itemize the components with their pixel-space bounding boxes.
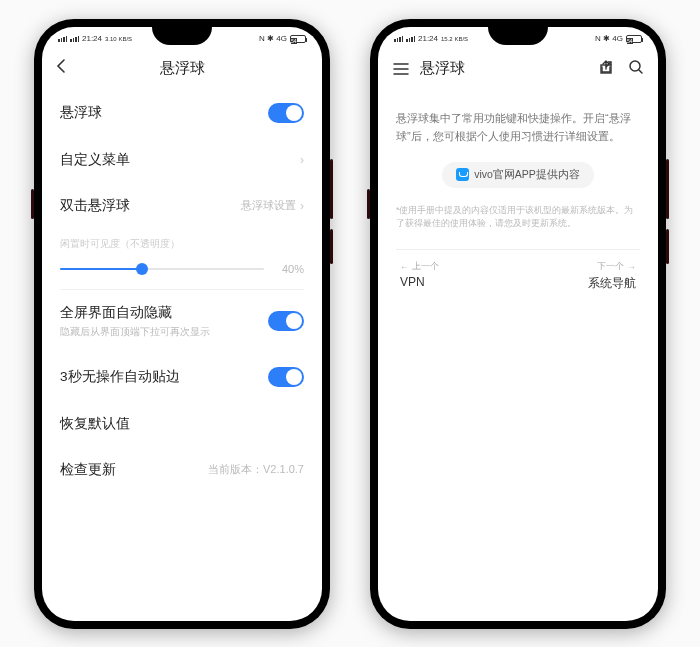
- nav-prev[interactable]: ← 上一个 VPN: [400, 260, 439, 292]
- status-time: 21:24: [82, 34, 102, 43]
- page-title: 悬浮球: [420, 59, 465, 78]
- row-label: 3秒无操作自动贴边: [60, 368, 180, 386]
- battery-icon: 54: [290, 35, 306, 43]
- nav-next-name: 系统导航: [588, 275, 636, 292]
- status-speed: 3.10 KB/S: [105, 36, 132, 42]
- disclaimer-note: *使用手册中提及的内容仅适用于该机型的最新系统版本。为了获得最佳的使用体验，请您…: [396, 204, 640, 231]
- chevron-right-icon: ›: [300, 153, 304, 167]
- signal-icon: [70, 36, 79, 42]
- row-label: 悬浮球: [60, 104, 102, 122]
- row-label: 检查更新: [60, 461, 116, 479]
- source-pill[interactable]: vivo官网APP提供内容: [442, 162, 594, 188]
- status-time: 21:24: [418, 34, 438, 43]
- signal-icon: [406, 36, 415, 42]
- nav-prev-name: VPN: [400, 275, 439, 289]
- row-check-update[interactable]: 检查更新 当前版本：V2.1.0.7: [42, 447, 322, 493]
- notch: [152, 27, 212, 45]
- status-indicators: N ✱ 4G: [595, 34, 623, 43]
- svg-line-5: [639, 70, 642, 73]
- row-auto-snap[interactable]: 3秒无操作自动贴边: [42, 353, 322, 401]
- chevron-right-icon: ›: [300, 199, 304, 213]
- search-icon[interactable]: [628, 59, 644, 79]
- row-auto-hide[interactable]: 全屏界面自动隐藏 隐藏后从界面顶端下拉可再次显示: [42, 290, 322, 353]
- nav-next[interactable]: 下一个 → 系统导航: [588, 260, 636, 292]
- article-paragraph: 悬浮球集中了常用功能键和快捷操作。开启“悬浮球”后，您可根据个人使用习惯进行详细…: [396, 109, 640, 146]
- version-text: 当前版本：V2.1.0.7: [208, 462, 304, 477]
- row-sublabel: 隐藏后从界面顶端下拉可再次显示: [60, 325, 210, 339]
- opacity-slider[interactable]: [60, 268, 264, 270]
- status-speed: 15.2 KB/S: [441, 36, 468, 42]
- row-floating-ball-toggle[interactable]: 悬浮球: [42, 89, 322, 137]
- back-icon[interactable]: [56, 58, 66, 79]
- arrow-right-icon: →: [627, 262, 636, 272]
- status-indicators: N ✱ 4G: [259, 34, 287, 43]
- vivo-logo-icon: [456, 168, 469, 181]
- signal-icon: [58, 36, 67, 42]
- toggle-switch[interactable]: [268, 367, 304, 387]
- toggle-switch[interactable]: [268, 311, 304, 331]
- row-double-tap[interactable]: 双击悬浮球 悬浮球设置 ›: [42, 183, 322, 229]
- row-reset-defaults[interactable]: 恢复默认值: [42, 401, 322, 447]
- signal-icon: [394, 36, 403, 42]
- row-label: 恢复默认值: [60, 415, 130, 433]
- notch: [488, 27, 548, 45]
- row-custom-menu[interactable]: 自定义菜单 ›: [42, 137, 322, 183]
- share-icon[interactable]: [598, 59, 614, 79]
- row-label: 双击悬浮球: [60, 197, 130, 215]
- header: 悬浮球: [42, 49, 322, 89]
- pill-text: vivo官网APP提供内容: [474, 168, 580, 182]
- header: 悬浮球: [378, 49, 658, 89]
- slider-label: 闲置时可见度（不透明度）: [60, 237, 304, 251]
- row-value: 悬浮球设置: [241, 198, 296, 213]
- arrow-left-icon: ←: [400, 262, 409, 272]
- row-opacity-slider: 闲置时可见度（不透明度） 40%: [42, 229, 322, 289]
- battery-icon: 54: [626, 35, 642, 43]
- page-title: 悬浮球: [160, 59, 205, 78]
- menu-icon[interactable]: [392, 62, 410, 76]
- slider-value: 40%: [274, 263, 304, 275]
- row-label: 自定义菜单: [60, 151, 130, 169]
- row-label: 全屏界面自动隐藏: [60, 304, 210, 322]
- toggle-switch[interactable]: [268, 103, 304, 123]
